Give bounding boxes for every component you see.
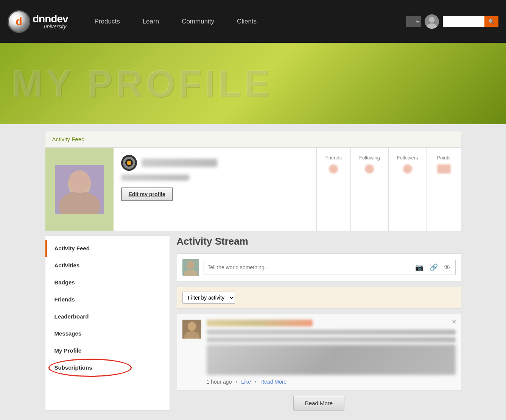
svg-point-10 (127, 161, 131, 165)
nav-search-box: 🔍 (443, 16, 498, 27)
stat-friends-value (329, 164, 338, 173)
activity-item: ✕ 1 hour (177, 314, 461, 390)
profile-stats: Friends Following Followers Points (316, 148, 461, 231)
sidebar-item-badges[interactable]: Badges (45, 274, 170, 291)
logo-dnn-part: dnn (33, 13, 51, 25)
stat-followers-value (403, 164, 412, 173)
nav-right: 🔍 (406, 14, 498, 29)
lower-layout: Activity Feed Activities Badges Friends … (45, 236, 461, 411)
activity-stream: Activity Stream 📷 🔗 👁 (170, 236, 461, 411)
activity-body-blurred-2 (207, 337, 456, 342)
stat-following-value (365, 164, 374, 173)
search-button[interactable]: 🔍 (484, 16, 498, 27)
stat-points: Points (427, 148, 461, 231)
post-link-icon[interactable]: 🔗 (429, 263, 439, 272)
nav-bar: d dnndev university Products Learn Commu… (0, 0, 506, 43)
sidebar-item-friends[interactable]: Friends (45, 291, 170, 308)
sidebar-item-subscriptions[interactable]: Subscriptions (45, 359, 170, 376)
stat-followers-label: Followers (397, 155, 418, 161)
logo-university-text: university (44, 23, 68, 30)
sidebar-item-activity-feed[interactable]: Activity Feed (45, 240, 170, 257)
nav-link-clients[interactable]: Clients (226, 18, 268, 25)
activity-footer: 1 hour ago • Like • Read More (207, 379, 456, 385)
sidebar-item-activities[interactable]: Activities (45, 257, 170, 274)
activity-sep-1: • (235, 379, 237, 385)
post-user-avatar (182, 259, 199, 276)
sidebar-item-messages[interactable]: Messages (45, 325, 170, 342)
profile-name-row (121, 155, 309, 171)
activity-stream-title: Activity Stream (177, 236, 461, 247)
post-eye-icon[interactable]: 👁 (443, 264, 452, 272)
logo-text-group: dnndev university (33, 14, 68, 30)
activity-body-blurred-1 (207, 329, 456, 335)
bead-more-button[interactable]: Bead More (293, 396, 344, 411)
activity-user-avatar (182, 320, 201, 339)
activity-content: 1 hour ago • Like • Read More (207, 320, 456, 385)
sidebar-item-my-profile[interactable]: My Profile (45, 342, 170, 359)
sidebar-item-leaderboard[interactable]: Leaderboard (45, 308, 170, 325)
stat-followers: Followers (389, 148, 427, 231)
svg-point-15 (188, 322, 196, 331)
svg-point-6 (69, 170, 90, 193)
profile-info: Edit my profile (114, 148, 316, 231)
activity-read-more-link[interactable]: Read More (260, 379, 286, 385)
profile-avatar-col (45, 148, 114, 231)
sidebar: Activity Feed Activities Badges Friends … (45, 236, 170, 411)
activity-image-blurred (207, 345, 456, 375)
profile-card: Edit my profile Friends Following Follow… (45, 148, 461, 231)
stat-points-value (437, 164, 451, 173)
activity-name-blurred (207, 320, 313, 326)
nav-link-learn[interactable]: Learn (131, 18, 170, 25)
post-input-wrapper: 📷 🔗 👁 (204, 260, 456, 275)
hero-banner: MY PROFILE (0, 43, 506, 124)
logo-d-letter: d (16, 16, 22, 28)
nav-link-community[interactable]: Community (170, 18, 226, 25)
profile-avatar (55, 165, 104, 214)
logo-dnndev-text: dnndev (33, 14, 68, 24)
breadcrumb: Activity Feed (45, 131, 461, 148)
stat-friends: Friends (317, 148, 351, 231)
filter-activity-select[interactable]: Filter by activity All Status Updates Bl… (182, 292, 235, 304)
logo[interactable]: d dnndev university (8, 10, 68, 33)
nav-user-dropdown[interactable] (406, 16, 421, 27)
profile-subtitle-blurred (121, 175, 189, 181)
nav-link-products[interactable]: Products (83, 18, 131, 25)
breadcrumb-activity-feed-link[interactable]: Activity Feed (52, 136, 85, 142)
profile-name-blurred (142, 159, 217, 167)
logo-circle: d (8, 10, 30, 33)
nav-avatar[interactable] (425, 14, 439, 29)
post-text-input[interactable] (208, 264, 414, 270)
post-camera-icon[interactable]: 📷 (414, 263, 424, 272)
edit-profile-button[interactable]: Edit my profile (121, 187, 173, 201)
stat-following: Following (351, 148, 389, 231)
activity-item-inner: 1 hour ago • Like • Read More (182, 320, 456, 385)
hero-title: MY PROFILE (11, 62, 272, 105)
search-input[interactable] (443, 16, 484, 27)
post-input-area: 📷 🔗 👁 (177, 253, 461, 281)
svg-point-1 (429, 17, 434, 22)
logo-dev-part: dev (51, 13, 68, 25)
activity-like-link[interactable]: Like (241, 379, 251, 385)
stat-following-label: Following (359, 155, 380, 161)
main-container: Activity Feed (41, 131, 465, 411)
stat-friends-label: Friends (325, 155, 342, 161)
svg-point-12 (187, 261, 195, 269)
filter-bar: Filter by activity All Status Updates Bl… (177, 287, 461, 309)
activity-sep-2: • (255, 379, 257, 385)
profile-badge-icon (121, 155, 137, 171)
nav-links: Products Learn Community Clients (83, 18, 406, 25)
post-icons: 📷 🔗 👁 (414, 263, 452, 272)
activity-time: 1 hour ago (207, 379, 232, 385)
activity-close-button[interactable]: ✕ (452, 318, 456, 325)
stat-points-label: Points (437, 155, 450, 161)
